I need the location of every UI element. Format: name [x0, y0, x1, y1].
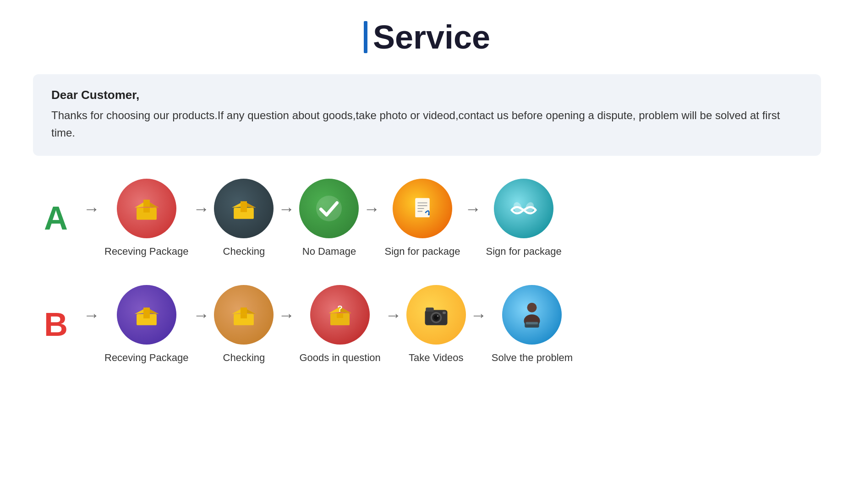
- arrow-b0: →: [83, 306, 100, 325]
- arrow-a2: →: [278, 199, 295, 219]
- box-question-icon: ?: [324, 299, 356, 331]
- flow-item-checking-b: Checking: [214, 285, 274, 364]
- arrow-b4: →: [471, 306, 487, 325]
- flow-item-checking-a: Checking: [214, 179, 274, 257]
- flow-row-b: B → Receving Package →: [33, 285, 821, 364]
- flow-item-receiving-b: Receving Package: [104, 285, 188, 364]
- flow-item-camera: Take Videos: [406, 285, 466, 364]
- arrow-a4: →: [465, 199, 482, 219]
- svg-rect-24: [143, 307, 150, 314]
- flow-item-handshake: Sign for package: [486, 179, 562, 257]
- icon-person: [502, 285, 562, 345]
- icon-receiving-a: [117, 179, 176, 238]
- svg-rect-37: [426, 307, 434, 312]
- icon-question: ?: [310, 285, 370, 345]
- flow-section: A → Receving Package →: [33, 179, 821, 364]
- icon-handshake: [494, 179, 553, 238]
- svg-text:?: ?: [337, 304, 343, 313]
- label-handshake: Sign for package: [486, 246, 562, 257]
- icon-sign1: [393, 179, 452, 238]
- box-brown-icon: [228, 299, 260, 331]
- person-icon: [516, 299, 548, 331]
- row-a-label: A: [33, 199, 79, 237]
- box-open-icon: [131, 192, 163, 225]
- arrow-a0: →: [83, 199, 100, 219]
- svg-rect-29: [241, 307, 247, 314]
- svg-rect-34: [337, 313, 343, 318]
- row-b-label: B: [33, 306, 79, 343]
- svg-rect-4: [143, 208, 150, 213]
- label-sign1: Sign for package: [384, 246, 460, 257]
- arrow-b1: →: [193, 306, 209, 325]
- icon-camera: [406, 285, 466, 345]
- svg-rect-9: [241, 208, 247, 212]
- svg-rect-28: [241, 314, 247, 318]
- label-receiving-b: Receving Package: [104, 352, 188, 364]
- svg-rect-23: [143, 314, 150, 318]
- icon-receiving-b: [117, 285, 176, 345]
- svg-rect-46: [526, 322, 538, 324]
- flow-item-nodamage: No Damage: [299, 179, 359, 257]
- label-camera: Take Videos: [409, 352, 463, 364]
- arrow-b3: →: [385, 306, 402, 325]
- label-checking-a: Checking: [223, 246, 265, 257]
- flow-row-a: A → Receving Package →: [33, 179, 821, 257]
- arrow-a3: →: [363, 199, 380, 219]
- svg-rect-10: [241, 201, 247, 208]
- handshake-icon: [508, 192, 540, 225]
- box-purple-icon: [131, 299, 163, 331]
- page-title: Service: [373, 18, 490, 56]
- icon-nodamage: [299, 179, 359, 238]
- camera-icon: [420, 299, 452, 331]
- checkmark-icon: [313, 192, 345, 225]
- svg-point-41: [437, 315, 439, 317]
- box-dark-icon: [228, 192, 260, 225]
- svg-point-17: [428, 214, 430, 215]
- flow-item-question: ? Goods in question: [299, 285, 380, 364]
- page-title-section: Service: [364, 18, 490, 56]
- document-icon: [406, 192, 438, 225]
- label-receiving-a: Receving Package: [104, 246, 188, 257]
- label-question: Goods in question: [299, 352, 380, 364]
- svg-point-43: [527, 303, 537, 312]
- svg-rect-12: [415, 198, 430, 217]
- label-person: Solve the problem: [492, 352, 573, 364]
- arrow-b2: →: [278, 306, 295, 325]
- title-accent-bar: [364, 21, 367, 53]
- label-checking-b: Checking: [223, 352, 265, 364]
- svg-rect-5: [143, 200, 150, 207]
- notice-body: Thanks for choosing our products.If any …: [51, 107, 803, 142]
- notice-greeting: Dear Customer,: [51, 88, 803, 102]
- icon-checking-b: [214, 285, 274, 345]
- flow-item-person: Solve the problem: [492, 285, 573, 364]
- flow-item-receiving-a: Receving Package: [104, 179, 188, 257]
- arrow-a1: →: [193, 199, 209, 219]
- label-nodamage: No Damage: [302, 246, 356, 257]
- icon-checking-a: [214, 179, 274, 238]
- notice-box: Dear Customer, Thanks for choosing our p…: [33, 74, 821, 156]
- flow-item-sign1: Sign for package: [384, 179, 460, 257]
- svg-rect-42: [443, 312, 446, 314]
